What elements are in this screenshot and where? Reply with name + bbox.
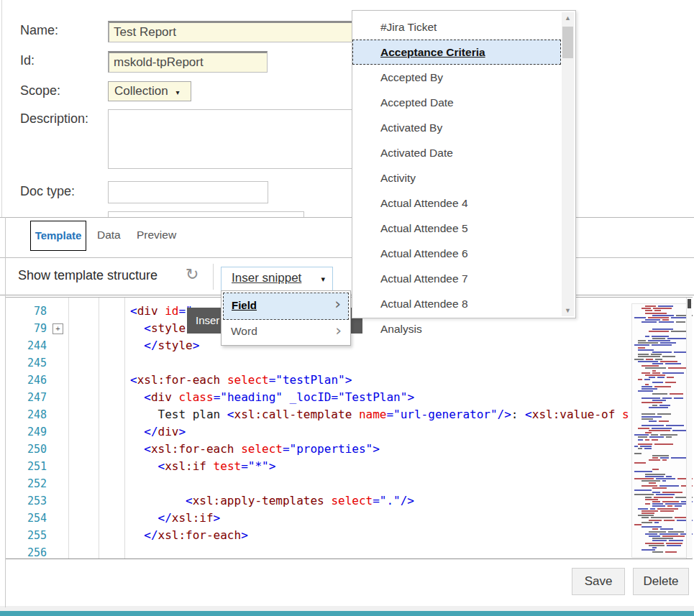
insert-snippet-label: Inser snippet [232, 271, 301, 285]
form-left-border [1, 0, 2, 217]
tab-strip: Template Data Preview [0, 217, 694, 257]
field-list-item[interactable]: Actual Attendee 6 [352, 241, 561, 266]
snippet-menu: Field › Word › [221, 290, 351, 346]
code-text[interactable]: </div> [130, 423, 186, 441]
toolbar-divider [213, 264, 214, 290]
field-list-item[interactable]: Actual Attendee 5 [352, 216, 561, 241]
doctype-input[interactable] [108, 181, 268, 203]
editor-scrollbar-thumb[interactable] [688, 299, 691, 308]
refresh-icon[interactable]: ↻ [186, 265, 198, 284]
menu-item-word[interactable]: Word › [223, 321, 349, 344]
field-list: #Jira TicketAcceptance CriteriaAccepted … [352, 14, 561, 341]
code-text[interactable]: </xsl:if> [130, 510, 220, 527]
line-number: 247 [5, 389, 47, 406]
line-number: 79 [5, 320, 47, 337]
scope-label: Scope: [20, 83, 60, 98]
code-text[interactable]: <xsl:apply-templates select="."/> [130, 492, 414, 510]
code-text[interactable]: <xsl:if test="*"> [130, 458, 275, 475]
menu-item-word-label: Word [231, 325, 257, 338]
tab-preview[interactable]: Preview [137, 221, 176, 251]
insert-snippet-button[interactable]: Inser snippet ▾ [221, 267, 333, 291]
report-template-editor-window: Name: Id: Scope: Collection ▾ Descriptio… [0, 0, 694, 616]
code-text[interactable]: <div class="heading" _locID="TestPlan"> [130, 389, 414, 406]
line-number: 255 [5, 527, 47, 544]
field-list-item[interactable]: Activity [352, 165, 561, 190]
field-list-item[interactable]: Accepted By [352, 65, 561, 90]
field-list-item[interactable]: Activated Date [352, 140, 561, 165]
field-list-item[interactable]: Actual Attendee 4 [352, 190, 561, 216]
bottom-strip [0, 606, 694, 611]
code-text[interactable]: </style> [130, 337, 199, 354]
field-list-item[interactable]: Accepted Date [352, 90, 561, 115]
tab-template[interactable]: Template [30, 221, 86, 251]
editor-vertical-scrollbar[interactable] [686, 298, 692, 558]
scope-select[interactable]: Collection ▾ [108, 81, 191, 101]
line-number: 78 [5, 303, 47, 320]
scope-select-value: Collection [114, 84, 168, 98]
description-label: Description: [20, 111, 88, 127]
fold-expand-icon[interactable]: + [52, 323, 63, 334]
line-number: 248 [5, 406, 47, 423]
menu-item-field-label: Field [232, 299, 257, 311]
code-text[interactable]: <style [130, 320, 186, 337]
field-list-item[interactable]: Actual Attendee 8 [352, 291, 561, 316]
scope-caret-icon: ▾ [175, 88, 179, 96]
line-number: 249 [5, 423, 47, 441]
menu-item-field[interactable]: Field › [223, 293, 349, 320]
field-list-scrollbar[interactable]: ▲ ▼ [562, 12, 574, 316]
field-list-item[interactable]: Acceptance Criteria [352, 40, 561, 65]
save-button[interactable]: Save [572, 568, 625, 595]
submenu-chevron-icon: › [334, 295, 341, 313]
field-list-item[interactable]: Activated By [352, 115, 561, 140]
scroll-up-icon[interactable]: ▲ [562, 12, 574, 24]
scroll-down-icon[interactable]: ▼ [562, 305, 574, 316]
code-text[interactable]: Test plan <xsl:call-template name="url-g… [130, 406, 629, 423]
name-label: Name: [20, 23, 58, 38]
line-number: 245 [5, 354, 47, 372]
field-list-item[interactable]: Actual Attendee 7 [352, 266, 561, 291]
line-number: 252 [5, 475, 47, 492]
show-template-structure-link[interactable]: Show template structure [18, 268, 157, 283]
code-text[interactable]: <xsl:for-each select="properties"> [130, 441, 380, 458]
id-label: Id: [20, 53, 35, 68]
minimap[interactable] [631, 303, 693, 558]
code-text[interactable]: <div id=" [130, 303, 193, 320]
field-dropdown-panel: #Jira TicketAcceptance CriteriaAccepted … [352, 10, 576, 318]
insert-snippet-caret-icon: ▾ [321, 275, 325, 284]
field-list-item[interactable]: #Jira Ticket [352, 14, 561, 40]
line-number: 253 [5, 492, 47, 510]
field-list-item[interactable]: Analysis [352, 316, 561, 341]
scrollbar-thumb[interactable] [562, 27, 573, 58]
panel-left-border [5, 217, 6, 607]
line-number: 244 [5, 337, 47, 354]
submenu-chevron-icon: › [335, 321, 342, 339]
code-text[interactable]: <xsl:for-each select="testPlan"> [130, 372, 352, 389]
line-number: 254 [5, 510, 47, 527]
line-number: 246 [5, 372, 47, 389]
doctype-label: Doc type: [20, 184, 75, 199]
line-number: 250 [5, 441, 47, 458]
id-input[interactable] [108, 51, 268, 73]
line-number: 256 [5, 544, 47, 559]
code-text[interactable]: </xsl:for-each> [130, 527, 248, 544]
accent-bar [0, 611, 694, 616]
delete-button[interactable]: Delete [633, 568, 689, 595]
line-number: 251 [5, 458, 47, 475]
tab-data[interactable]: Data [97, 221, 121, 251]
